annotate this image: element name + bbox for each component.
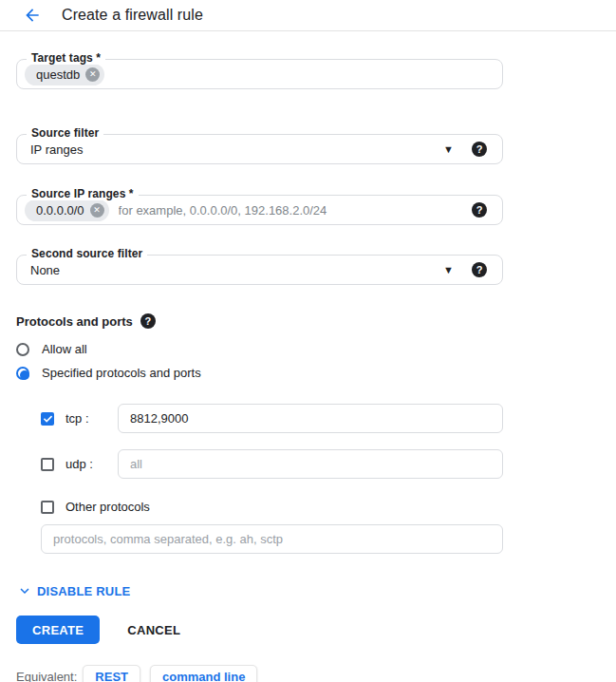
help-icon[interactable]: ? <box>472 262 487 277</box>
radio-icon[interactable] <box>16 367 29 380</box>
header: Create a firewall rule <box>0 0 616 31</box>
second-source-filter-label: Second source filter <box>27 247 147 260</box>
arrow-left-icon <box>23 6 42 25</box>
disable-rule-toggle[interactable]: DISABLE RULE <box>16 582 130 599</box>
source-filter-select[interactable]: Source filter IP ranges ▼ ? <box>16 134 503 164</box>
chip-text: questdb <box>36 67 80 82</box>
udp-ports-input[interactable] <box>118 449 503 479</box>
command-line-button[interactable]: command line <box>150 665 257 682</box>
help-icon[interactable]: ? <box>140 313 156 329</box>
tcp-ports-input[interactable] <box>118 404 503 433</box>
second-source-filter-select[interactable]: Second source filter None ▼ ? <box>16 255 503 285</box>
other-protocols-label: Other protocols <box>65 500 150 514</box>
chevron-down-icon <box>16 582 33 599</box>
cancel-button[interactable]: CANCEL <box>127 623 180 637</box>
other-protocols-input[interactable] <box>41 524 503 554</box>
help-icon[interactable]: ? <box>472 202 487 218</box>
source-ip-ranges-field[interactable]: Source IP ranges * 0.0.0.0/0 ✕ ? <box>16 195 503 225</box>
udp-label: udp : <box>65 457 118 471</box>
radio-label: Allow all <box>42 342 87 356</box>
action-buttons: CREATE CANCEL <box>16 616 503 644</box>
rest-button[interactable]: REST <box>83 665 140 682</box>
source-ip-ranges-label: Source IP ranges * <box>27 187 139 200</box>
tcp-row: tcp : <box>41 404 503 433</box>
chevron-down-icon[interactable]: ▼ <box>443 265 454 275</box>
create-button[interactable]: CREATE <box>16 616 100 644</box>
source-filter-value: IP ranges <box>30 142 83 157</box>
udp-row: udp : <box>41 449 503 479</box>
radio-specified-protocols[interactable]: Specified protocols and ports <box>16 366 503 380</box>
source-ip-input[interactable] <box>119 203 472 218</box>
other-protocols-checkbox[interactable] <box>41 501 54 514</box>
radio-allow-all[interactable]: Allow all <box>16 342 503 356</box>
checkmark-icon <box>42 412 54 425</box>
disable-rule-label: DISABLE RULE <box>37 584 130 598</box>
firewall-rule-form: Target tags * questdb ✕ Source filter IP… <box>16 59 503 682</box>
source-filter-label: Source filter <box>27 126 103 140</box>
chip-close-icon[interactable]: ✕ <box>85 67 100 82</box>
target-tags-field[interactable]: Target tags * questdb ✕ <box>16 59 503 89</box>
source-ip-chip: 0.0.0.0/0 ✕ <box>25 199 109 221</box>
tcp-label: tcp : <box>65 411 118 426</box>
target-tag-chip: questdb ✕ <box>25 64 104 85</box>
radio-label: Specified protocols and ports <box>42 366 201 380</box>
protocols-and-ports-heading: Protocols and ports ? <box>16 313 503 329</box>
help-icon[interactable]: ? <box>472 142 487 157</box>
second-source-filter-value: None <box>30 263 60 277</box>
other-protocols-row: Other protocols <box>41 500 503 514</box>
udp-checkbox[interactable] <box>41 458 54 471</box>
radio-icon[interactable] <box>16 343 29 356</box>
back-button[interactable] <box>21 4 44 27</box>
tcp-checkbox[interactable] <box>41 412 54 426</box>
equivalent-label: Equivalent: <box>16 670 77 682</box>
chevron-down-icon[interactable]: ▼ <box>443 144 454 155</box>
section-heading-text: Protocols and ports <box>16 314 133 329</box>
target-tags-label: Target tags * <box>27 51 105 65</box>
equivalent-row: Equivalent: REST command line <box>16 665 503 682</box>
page-title: Create a firewall rule <box>62 7 203 24</box>
chip-close-icon[interactable]: ✕ <box>90 203 104 218</box>
chip-text: 0.0.0.0/0 <box>36 203 84 218</box>
